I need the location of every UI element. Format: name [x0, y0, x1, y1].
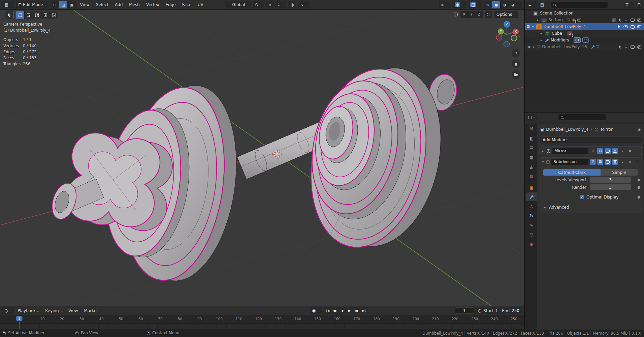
- navigation-gizmo[interactable]: Z Y X: [492, 19, 522, 49]
- eye-closed-icon[interactable]: ⌄: [624, 45, 628, 49]
- outliner-row-cube[interactable]: ▸ ▽ Cube ◕6: [525, 30, 644, 37]
- realtime-display-toggle[interactable]: [605, 159, 611, 165]
- zoom-button[interactable]: [512, 49, 520, 57]
- eye-open-icon[interactable]: [623, 25, 628, 28]
- edit-mode-display-toggle[interactable]: ▽: [590, 148, 596, 154]
- menu-keying[interactable]: Keying ⌄: [43, 308, 65, 313]
- wireframe-shading-button[interactable]: ⊕: [484, 1, 492, 8]
- solid-shading-button[interactable]: ●: [492, 1, 501, 8]
- edit-mode-display-toggle[interactable]: ▽: [590, 159, 596, 165]
- animate-dot-icon[interactable]: ●: [637, 185, 640, 189]
- select-set-button[interactable]: [16, 11, 25, 19]
- cage-display-toggle[interactable]: ⊡: [597, 159, 603, 165]
- drag-handle-icon[interactable]: ∷∷: [634, 148, 640, 154]
- prev-keyframe-button[interactable]: ◀◆: [331, 307, 338, 314]
- subdivision-modifier-tag[interactable]: ◯: [582, 37, 589, 43]
- expand-icon[interactable]: ▸: [536, 19, 540, 22]
- simple-button[interactable]: Simple: [601, 169, 638, 176]
- selectable-icon[interactable]: [618, 45, 622, 49]
- menu-edge[interactable]: Edge: [163, 2, 178, 7]
- select-intersect-button[interactable]: [50, 11, 58, 19]
- proportional-edit-toggle[interactable]: ◎: [288, 1, 296, 8]
- auto-keying-button[interactable]: ●⌄: [310, 307, 322, 314]
- monitor-icon[interactable]: [631, 25, 635, 28]
- dumbbell-mesh[interactable]: [41, 54, 460, 288]
- 3d-viewport[interactable]: X Y Z ∷ Options⌄ Camera Perspective (1) …: [0, 10, 524, 306]
- menu-vertex[interactable]: Vertex: [144, 2, 162, 7]
- transform-orientation-dropdown[interactable]: ⊥Global⌄: [225, 1, 251, 8]
- outliner-row-scene-collection[interactable]: ▣ Scene Collection: [525, 10, 644, 17]
- render-display-toggle[interactable]: [612, 159, 618, 165]
- proportional-falloff-dropdown[interactable]: ∿⌄: [298, 1, 310, 8]
- menu-uv[interactable]: UV: [195, 2, 206, 7]
- material-shading-button[interactable]: ◑: [501, 1, 509, 8]
- xray-dropdown[interactable]: ◫⌄: [468, 1, 482, 8]
- outliner-display-mode-dropdown[interactable]: ≡⌄: [526, 2, 537, 8]
- mode-dropdown[interactable]: ⊡Edit Mode⌄: [16, 1, 49, 8]
- gizmo-neg-z[interactable]: [504, 41, 510, 47]
- outliner-row-setting[interactable]: ▸ ▤ Setting ▽ ◉3 ✓ ⌄: [525, 17, 644, 23]
- edge-select-button[interactable]: ◫: [59, 1, 68, 8]
- new-collection-button[interactable]: ⊞: [636, 2, 642, 8]
- tab-view-layer[interactable]: ▦: [526, 153, 537, 161]
- snap-points-button[interactable]: ∷: [485, 11, 492, 18]
- face-select-button[interactable]: ▣: [68, 1, 76, 8]
- snap-with-dropdown[interactable]: ∷⌄: [276, 1, 286, 8]
- current-frame-field[interactable]: 1: [455, 307, 474, 314]
- drag-handle-icon[interactable]: ∷∷: [634, 159, 640, 165]
- tab-physics[interactable]: ↻: [526, 211, 537, 220]
- menu-mesh[interactable]: Mesh: [127, 2, 142, 7]
- breadcrumb-object[interactable]: Dumbbell_LowPoly_4: [546, 127, 588, 132]
- tab-output[interactable]: ▤: [526, 143, 537, 152]
- monitor-icon[interactable]: [631, 19, 635, 22]
- shading-dropdown[interactable]: ⌄: [517, 1, 522, 8]
- menu-playback[interactable]: Playback ⌄: [15, 308, 41, 313]
- tab-constraints[interactable]: ∿: [526, 221, 537, 229]
- tab-object[interactable]: ▣: [526, 183, 537, 192]
- outliner-row-dumbbell-lowpoly-4[interactable]: ⊡ ▾ ▽ Dumbbell_LowPoly_4: [525, 23, 644, 30]
- selectable-icon[interactable]: [618, 18, 622, 22]
- tab-particles[interactable]: ∴: [526, 202, 537, 211]
- select-subtract-button[interactable]: [33, 11, 41, 19]
- mirror-modifier-tag[interactable]: [574, 37, 581, 43]
- extras-dropdown[interactable]: ⌄: [619, 159, 625, 165]
- outliner-row-modifiers[interactable]: ▸ Modifiers ◯: [525, 37, 644, 43]
- properties-search-input[interactable]: [558, 114, 606, 120]
- select-extend-button[interactable]: [25, 11, 33, 19]
- timeline-ruler[interactable]: 1102030405060708090100110120130140150160…: [0, 315, 524, 324]
- tab-object-data[interactable]: ▽: [526, 230, 537, 239]
- camera-icon[interactable]: [637, 25, 641, 28]
- catmull-clark-button[interactable]: Catmull-Clark: [543, 169, 601, 176]
- mirror-x-button[interactable]: X: [460, 11, 468, 18]
- rendered-shading-button[interactable]: ◕: [509, 1, 517, 8]
- region-collapse-icon[interactable]: ‹: [519, 34, 520, 38]
- vertex-select-button[interactable]: ⊡: [51, 1, 59, 8]
- levels-viewport-field[interactable]: 3: [590, 177, 631, 183]
- outliner-filter-type-dropdown[interactable]: ▤⌄: [539, 2, 549, 8]
- extras-dropdown[interactable]: ⌄: [619, 148, 625, 154]
- end-frame-field[interactable]: 250: [512, 308, 519, 313]
- timeline-editor-type-button[interactable]: ◷⌄: [2, 307, 14, 314]
- camera-icon[interactable]: [637, 45, 641, 49]
- render-display-toggle[interactable]: [612, 148, 618, 154]
- outliner-filter-dropdown[interactable]: ▽⌄: [624, 2, 634, 8]
- timeline-track[interactable]: [0, 324, 524, 329]
- menu-select[interactable]: Select: [94, 2, 111, 7]
- selectable-icon[interactable]: [617, 25, 621, 29]
- delete-modifier-button[interactable]: ×: [627, 159, 633, 165]
- options-dropdown[interactable]: Options⌄: [494, 11, 518, 18]
- play-button[interactable]: ▶: [346, 307, 353, 314]
- tab-material[interactable]: ◉: [526, 240, 537, 248]
- pivot-point-dropdown[interactable]: ⊙⌄: [253, 1, 264, 8]
- camera-view-button[interactable]: [512, 70, 520, 79]
- subdivision-name-field[interactable]: Subdivision: [551, 159, 588, 165]
- eye-closed-icon[interactable]: ⌄: [624, 18, 628, 22]
- realtime-display-toggle[interactable]: [605, 148, 611, 154]
- snap-toggle[interactable]: ∩: [266, 1, 274, 8]
- menu-add[interactable]: Add: [112, 2, 125, 7]
- select-invert-button[interactable]: [41, 11, 50, 19]
- menu-marker[interactable]: Marker: [82, 308, 100, 313]
- tab-modifiers[interactable]: [526, 192, 537, 201]
- editor-type-button[interactable]: ▦⌄: [2, 1, 14, 8]
- mirror-z-button[interactable]: Z: [475, 11, 483, 18]
